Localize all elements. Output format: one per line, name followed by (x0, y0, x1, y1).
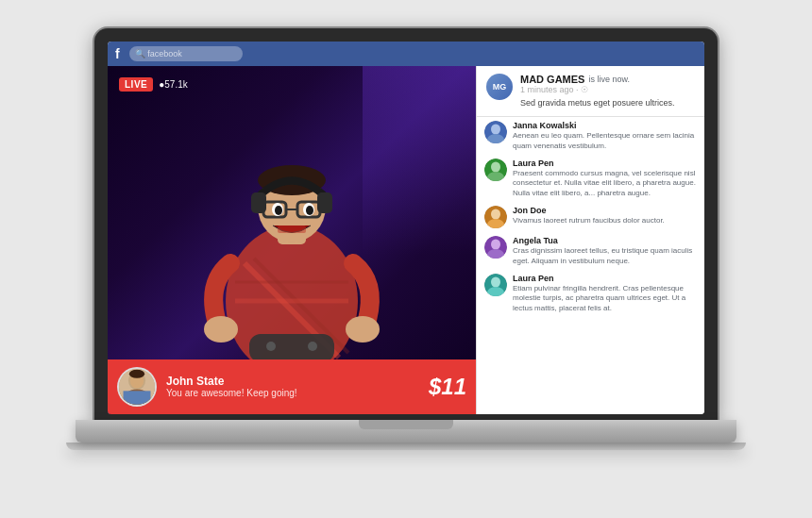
comment-author-3: Angela Tua (513, 236, 697, 245)
stream-channel-name: MAD GAMES (520, 74, 584, 85)
comment-text-2: Vivamus laoreet rutrum faucibus dolor au… (513, 216, 697, 226)
fb-logo-icon: f (115, 46, 120, 61)
comment-body-2: Jon Doe Vivamus laoreet rutrum faucibus … (513, 206, 697, 228)
comment-item-4: Laura Pen Etiam pulvinar fringilla hendr… (484, 274, 697, 313)
svg-rect-11 (251, 192, 266, 213)
svg-point-21 (266, 342, 276, 351)
laptop-screen: f 🔍 facebook (94, 28, 718, 420)
svg-point-31 (491, 125, 500, 135)
stream-avatar-initials: MG (493, 82, 507, 92)
svg-point-18 (204, 316, 238, 343)
comment-author-2: Jon Doe (513, 206, 697, 215)
svg-point-43 (491, 276, 500, 287)
donation-amount: $11 (429, 374, 466, 400)
donor-message: You are awesome! Keep going! (166, 388, 419, 398)
donor-name: John State (166, 375, 419, 388)
video-panel: LIVE ●57.1k (108, 66, 476, 414)
svg-point-19 (346, 316, 380, 343)
gamer-figure (160, 112, 424, 376)
comment-body-4: Laura Pen Etiam pulvinar fringilla hendr… (513, 274, 697, 313)
comment-text-0: Aenean eu leo quam. Pellentesque ornare … (513, 131, 697, 151)
comment-panel: MG MAD GAMES is live now. 1 minutes ago … (476, 66, 704, 414)
stream-info: MAD GAMES is live now. 1 minutes ago · ☉… (520, 74, 695, 109)
laptop-mockup: f 🔍 facebook (66, 28, 746, 491)
svg-point-29 (129, 369, 144, 377)
stream-live-status: is live now. (588, 75, 630, 84)
screen-content: f 🔍 facebook (108, 42, 704, 414)
stream-description: Sed gravida metus eget posuere ultrices. (520, 98, 695, 109)
comment-text-1: Praesent commodo cursus magna, vel scele… (513, 169, 697, 198)
comment-item-0: Janna Kowalski Aenean eu leo quam. Pelle… (484, 121, 697, 151)
svg-point-22 (308, 342, 317, 351)
comment-author-1: Laura Pen (513, 159, 697, 168)
donor-avatar-img (119, 369, 155, 405)
comment-author-0: Janna Kowalski (513, 121, 697, 130)
svg-rect-20 (249, 334, 334, 362)
main-content-area: LIVE ●57.1k (108, 66, 704, 414)
stream-timestamp: 1 minutes ago · ☉ (520, 85, 695, 94)
donor-avatar (117, 367, 157, 407)
comment-avatar-0 (484, 121, 507, 143)
comment-item-2: Jon Doe Vivamus laoreet rutrum faucibus … (484, 206, 697, 228)
donation-overlay: John State You are awesome! Keep going! … (108, 359, 476, 414)
live-badge: LIVE ●57.1k (119, 77, 188, 92)
laptop-notch (359, 420, 453, 429)
comment-avatar-4 (484, 274, 507, 296)
facebook-topbar: f 🔍 facebook (108, 42, 704, 66)
svg-rect-12 (317, 192, 332, 213)
comments-list: Janna Kowalski Aenean eu leo quam. Pelle… (477, 117, 704, 413)
comment-avatar-3 (484, 236, 507, 259)
svg-rect-17 (278, 226, 306, 233)
comment-body-3: Angela Tua Cras dignissim laoreet tellus… (513, 236, 697, 266)
comment-item-3: Angela Tua Cras dignissim laoreet tellus… (484, 236, 697, 266)
comment-author-4: Laura Pen (513, 274, 697, 283)
comment-text-4: Etiam pulvinar fringilla hendrerit. Cras… (513, 284, 697, 313)
laptop-base (76, 420, 736, 443)
comment-text-3: Cras dignissim laoreet tellus, eu tristi… (513, 246, 697, 266)
live-label: LIVE (119, 77, 153, 92)
svg-rect-27 (124, 391, 151, 404)
comment-item-1: Laura Pen Praesent commodo cursus magna,… (484, 159, 697, 198)
donor-info: John State You are awesome! Keep going! (166, 375, 419, 398)
svg-point-16 (306, 206, 313, 215)
viewer-count: ●57.1k (159, 79, 188, 90)
fb-search-bar[interactable]: 🔍 facebook (129, 46, 243, 61)
stream-header: MG MAD GAMES is live now. 1 minutes ago … (477, 66, 704, 118)
svg-point-34 (491, 161, 500, 172)
comment-avatar-2 (484, 206, 507, 228)
svg-point-15 (275, 206, 282, 215)
svg-point-37 (491, 209, 500, 220)
comment-body-0: Janna Kowalski Aenean eu leo quam. Pelle… (513, 121, 697, 151)
fb-search-placeholder: 🔍 facebook (135, 49, 182, 58)
svg-point-40 (491, 240, 500, 250)
comment-avatar-1 (484, 159, 507, 181)
laptop-foot (66, 443, 746, 450)
stream-name-row: MAD GAMES is live now. (520, 74, 695, 85)
stream-channel-avatar: MG (486, 74, 513, 100)
comment-body-1: Laura Pen Praesent commodo cursus magna,… (513, 159, 697, 198)
